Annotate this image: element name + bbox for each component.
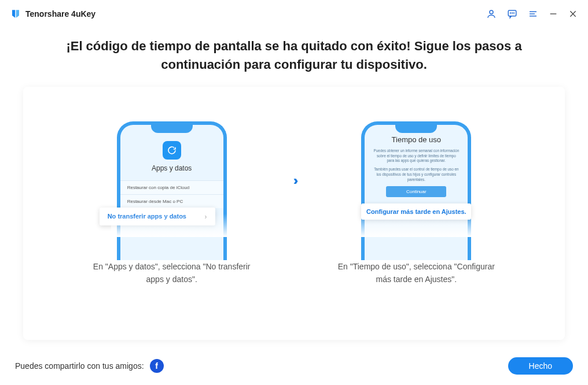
app-logo-icon bbox=[10, 9, 21, 19]
done-button[interactable]: Hecho bbox=[508, 357, 573, 375]
svg-point-2 bbox=[510, 13, 511, 13]
feedback-icon[interactable] bbox=[507, 9, 517, 19]
svg-point-4 bbox=[514, 13, 514, 13]
callout-configure-later: Configurar más tarde en Ajustes. bbox=[361, 203, 471, 220]
footer: Puedes compartirlo con tus amigos: f Hec… bbox=[0, 348, 588, 385]
callout-1-text: No transferir apps y datos bbox=[108, 213, 186, 220]
app-title: Tenorshare 4uKey bbox=[25, 9, 95, 18]
callout-2-text: Configurar más tarde en Ajustes. bbox=[366, 208, 466, 215]
titlebar: Tenorshare 4uKey bbox=[0, 0, 588, 25]
instruction-card: Apps y datos Restaurar con copia de iClo… bbox=[23, 87, 565, 340]
menu-icon[interactable] bbox=[528, 9, 538, 19]
svg-point-0 bbox=[490, 10, 493, 14]
phone-notch bbox=[395, 125, 437, 133]
phone-illustration-2: Tiempo de uso Puedes obtener un informe … bbox=[355, 121, 477, 237]
account-icon[interactable] bbox=[486, 9, 497, 19]
phone1-title: Apps y datos bbox=[120, 164, 223, 172]
share-label: Puedes compartirlo con tus amigos: bbox=[15, 361, 144, 371]
step-1: Apps y datos Restaurar con copia de iClo… bbox=[68, 121, 276, 286]
chevron-right-icon: › bbox=[204, 212, 207, 221]
share-section: Puedes compartirlo con tus amigos: f bbox=[15, 359, 164, 373]
step1-caption: En "Apps y datos", selecciona "No transf… bbox=[91, 260, 253, 286]
step-2: Tiempo de uso Puedes obtener un informe … bbox=[312, 121, 520, 286]
phone-notch bbox=[151, 125, 193, 133]
titlebar-right bbox=[486, 9, 578, 19]
phone1-option-1: Restaurar con copia de iCloud bbox=[120, 180, 223, 194]
phone-illustration-1: Apps y datos Restaurar con copia de iClo… bbox=[111, 121, 233, 237]
double-chevron-icon: ›› bbox=[293, 173, 295, 188]
phone2-text-2: También puedes usar el control de tiempo… bbox=[373, 167, 460, 182]
titlebar-left: Tenorshare 4uKey bbox=[10, 9, 95, 19]
page-heading: ¡El código de tiempo de pantalla se ha q… bbox=[0, 25, 588, 87]
svg-point-3 bbox=[512, 13, 513, 13]
close-button[interactable] bbox=[568, 9, 578, 19]
phone2-continue: Continuar bbox=[386, 186, 446, 197]
facebook-icon[interactable]: f bbox=[150, 359, 164, 373]
step2-caption: En "Tiempo de uso", selecciona "Configur… bbox=[335, 260, 497, 286]
restore-icon bbox=[163, 141, 181, 160]
phone2-title: Tiempo de uso bbox=[373, 135, 460, 144]
callout-no-transfer: No transferir apps y datos › bbox=[100, 208, 215, 225]
phone2-text-1: Puedes obtener un informe semanal con in… bbox=[373, 149, 460, 164]
minimize-button[interactable] bbox=[549, 9, 558, 19]
phone1-option-2: Restaurar desde Mac o PC bbox=[120, 194, 223, 208]
